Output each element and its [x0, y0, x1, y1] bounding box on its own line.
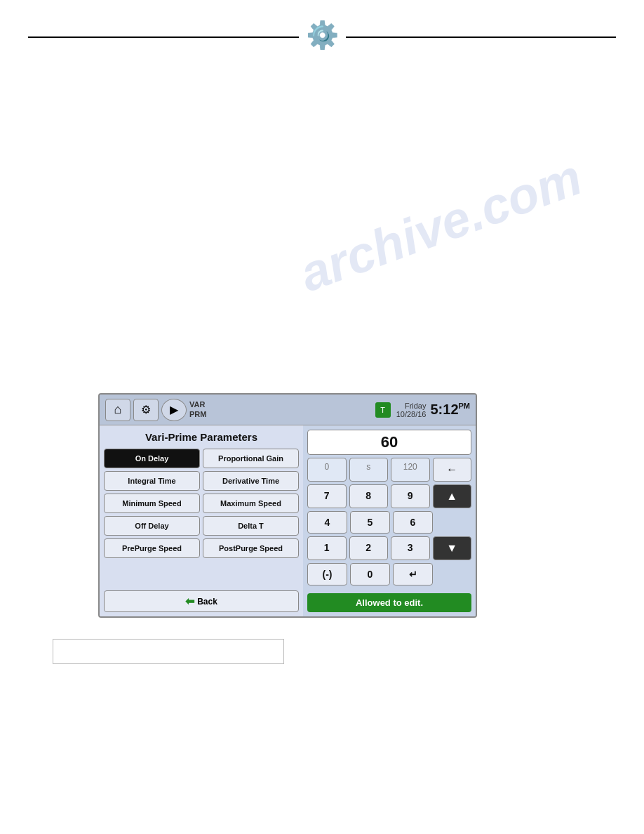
- key-6[interactable]: 6: [393, 511, 433, 534]
- lock-indicator: T: [375, 402, 391, 418]
- minmax-row: 0 s 120 ←: [307, 458, 471, 482]
- allowed-label: Allowed to edit.: [307, 593, 471, 612]
- down-arrow-button[interactable]: ▼: [433, 536, 472, 560]
- button-row-3: Minimum Speed Maximum Speed: [104, 494, 299, 513]
- settings-button[interactable]: ⚙: [133, 399, 159, 421]
- nav-label: VAR PRM: [189, 400, 206, 418]
- bottom-textbox[interactable]: [53, 639, 284, 664]
- backspace-button[interactable]: ←: [433, 458, 472, 482]
- settings-icon: ⚙: [141, 403, 151, 416]
- btn-on-delay[interactable]: On Delay: [104, 449, 200, 468]
- keypad-row-0: (-) 0 ↵: [307, 563, 471, 585]
- button-row-1: On Delay Proportional Gain: [104, 449, 299, 468]
- device-content: Vari-Prime Parameters On Delay Proportio…: [100, 425, 476, 616]
- button-row-2: Integral Time Derivative Time: [104, 471, 299, 491]
- home-button[interactable]: ⌂: [105, 399, 130, 421]
- watermark: archive.com: [292, 148, 589, 303]
- key-2[interactable]: 2: [349, 536, 389, 560]
- min-label: 0: [307, 458, 347, 482]
- btn-prepurge-speed[interactable]: PrePurge Speed: [104, 538, 200, 558]
- max-label: 120: [391, 458, 430, 482]
- device-screen: ⌂ ⚙ ▶ VAR PRM T Friday 10/28/16 5:12PM V…: [98, 393, 477, 618]
- gear-icon: ⚙️: [299, 20, 346, 51]
- btn-proportional-gain[interactable]: Proportional Gain: [203, 449, 299, 468]
- button-row-4: Off Delay Delta T: [104, 516, 299, 536]
- keypad-row-123: 1 2 3 ▼: [307, 536, 471, 560]
- key-5[interactable]: 5: [350, 511, 390, 534]
- key-7[interactable]: 7: [307, 484, 347, 508]
- play-icon: ▶: [170, 403, 178, 416]
- key-3[interactable]: 3: [391, 536, 430, 560]
- key-4[interactable]: 4: [307, 511, 347, 534]
- key-enter[interactable]: ↵: [393, 563, 433, 585]
- key-8[interactable]: 8: [349, 484, 389, 508]
- btn-postpurge-speed[interactable]: PostPurge Speed: [203, 538, 299, 558]
- left-panel: Vari-Prime Parameters On Delay Proportio…: [100, 425, 303, 616]
- btn-integral-time[interactable]: Integral Time: [104, 471, 200, 491]
- keypad-row-456: 4 5 6: [307, 511, 471, 534]
- key-1[interactable]: 1: [307, 536, 347, 560]
- key-negate[interactable]: (-): [307, 563, 347, 585]
- btn-minimum-speed[interactable]: Minimum Speed: [104, 494, 200, 513]
- home-icon: ⌂: [114, 402, 122, 417]
- keypad-panel: 60 0 s 120 ← 7 8 9 ▲ 4 5 6: [303, 425, 476, 616]
- button-row-5: PrePurge Speed PostPurge Speed: [104, 538, 299, 558]
- date-display: Friday 10/28/16: [396, 402, 427, 418]
- btn-off-delay[interactable]: Off Delay: [104, 516, 200, 536]
- key-9[interactable]: 9: [391, 484, 430, 508]
- back-button[interactable]: ⬅ Back: [104, 590, 299, 612]
- play-button[interactable]: ▶: [161, 399, 187, 421]
- key-0[interactable]: 0: [350, 563, 390, 585]
- back-arrow-icon: ⬅: [185, 595, 194, 608]
- device-nav-bar: ⌂ ⚙ ▶ VAR PRM T Friday 10/28/16 5:12PM: [100, 395, 476, 425]
- btn-maximum-speed[interactable]: Maximum Speed: [203, 494, 299, 513]
- value-display: 60: [307, 430, 471, 455]
- panel-title: Vari-Prime Parameters: [104, 430, 299, 444]
- keypad-row-789: 7 8 9 ▲: [307, 484, 471, 508]
- page-header: ⚙️: [0, 20, 644, 51]
- back-label: Back: [197, 597, 217, 607]
- btn-derivative-time[interactable]: Derivative Time: [203, 471, 299, 491]
- time-display: 5:12PM: [430, 402, 470, 418]
- btn-delta-t[interactable]: Delta T: [203, 516, 299, 536]
- unit-label: s: [349, 458, 389, 482]
- up-arrow-button[interactable]: ▲: [433, 484, 472, 508]
